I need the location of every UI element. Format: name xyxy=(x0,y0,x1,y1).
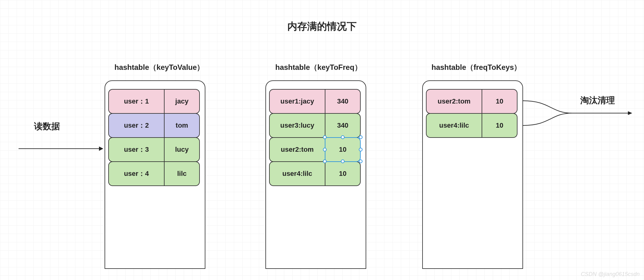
cell-val: 10 xyxy=(482,89,517,114)
table2-label: hashtable（keyToFreq） xyxy=(275,62,362,72)
cell-key: user4:lilc xyxy=(426,113,482,138)
cell-val: jacy xyxy=(164,89,200,114)
cell-val: lucy xyxy=(164,137,200,162)
selection-handle[interactable] xyxy=(359,159,363,163)
table-row: user1:jacy 340 xyxy=(269,89,363,114)
table-row: user4:lilc 10 xyxy=(269,161,363,186)
table-row: user：4 lilc xyxy=(108,161,202,186)
arrow-out-fork xyxy=(523,87,634,148)
table3-label: hashtable（freqToKeys） xyxy=(431,62,521,72)
selection-handle[interactable] xyxy=(323,159,327,163)
cell-val: tom xyxy=(164,113,200,138)
cell-val: 10 xyxy=(325,161,361,186)
table-row: user3:lucy 340 xyxy=(269,113,363,138)
arrow-in-head xyxy=(99,146,103,151)
selection-handle[interactable] xyxy=(359,135,363,139)
evict-label: 淘汰清理 xyxy=(580,95,615,106)
selection-handle[interactable] xyxy=(341,159,345,163)
cell-key: user2:tom xyxy=(269,137,325,162)
read-data-label: 读数据 xyxy=(34,121,60,132)
cell-key: user4:lilc xyxy=(269,161,325,186)
selection-handle[interactable] xyxy=(341,135,345,139)
selection-handle[interactable] xyxy=(323,148,327,151)
table-row: user2:tom 10 xyxy=(426,89,519,114)
cell-val: 10 xyxy=(325,137,361,162)
cell-key: user：1 xyxy=(108,89,164,114)
table-row: user2:tom 10 xyxy=(269,137,363,162)
cell-val: 10 xyxy=(482,113,517,138)
cell-key: user：3 xyxy=(108,137,164,162)
table-freqToKeys: user2:tom 10 user4:lilc 10 xyxy=(422,80,523,269)
cell-val: lilc xyxy=(164,161,200,186)
watermark: CSDN @jiang0615csdn xyxy=(581,271,640,278)
table-row: user4:lilc 10 xyxy=(426,113,519,138)
cell-key: user1:jacy xyxy=(269,89,325,114)
cell-val: 340 xyxy=(325,89,361,114)
selection-handle[interactable] xyxy=(323,135,327,139)
table-row: user：1 jacy xyxy=(108,89,202,114)
cell-key: user：4 xyxy=(108,161,164,186)
cell-key: user：2 xyxy=(108,113,164,138)
selection-handle[interactable] xyxy=(359,148,363,151)
table-keyToFreq: user1:jacy 340 user3:lucy 340 user2:tom … xyxy=(265,80,366,269)
svg-marker-1 xyxy=(628,111,632,115)
cell-val: 340 xyxy=(325,113,361,138)
table-row: user：2 tom xyxy=(108,113,202,138)
table-row: user：3 lucy xyxy=(108,137,202,162)
cell-key: user2:tom xyxy=(426,89,482,114)
table1-label: hashtable（keyToValue） xyxy=(114,62,204,72)
table-keyToValue: user：1 jacy user：2 tom user：3 lucy user：… xyxy=(105,80,205,269)
diagram-title: 内存满的情况下 xyxy=(0,20,644,33)
cell-key: user3:lucy xyxy=(269,113,325,138)
arrow-in xyxy=(19,148,99,149)
